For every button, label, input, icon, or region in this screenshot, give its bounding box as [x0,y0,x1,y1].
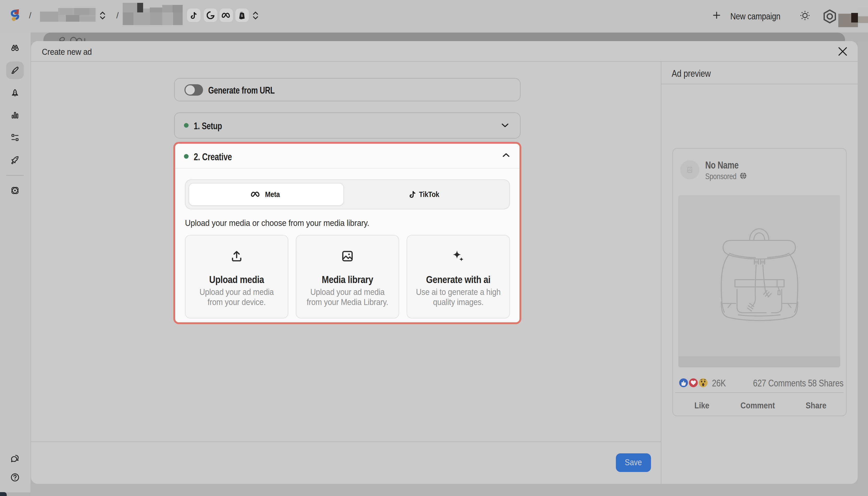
svg-text:S: S [241,14,243,18]
